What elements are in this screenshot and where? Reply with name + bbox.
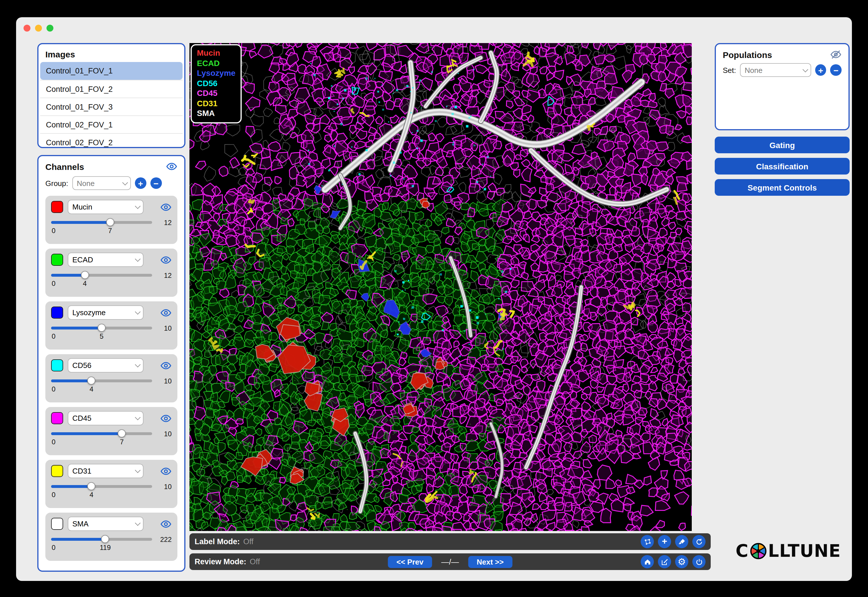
chevron-down-icon bbox=[135, 467, 141, 473]
image-list-item[interactable]: Control_02_FOV_2 bbox=[40, 133, 183, 148]
minimize-window-button[interactable] bbox=[35, 25, 42, 31]
slider-current-value: 119 bbox=[100, 544, 111, 552]
images-panel-title: Images bbox=[39, 44, 184, 62]
channel-select-value: CD45 bbox=[72, 414, 92, 422]
segment-controls-button[interactable]: Segment Controls bbox=[715, 179, 850, 196]
brush-button[interactable] bbox=[675, 535, 688, 548]
populations-panel-title: Populations bbox=[723, 50, 772, 59]
chevron-down-icon bbox=[135, 520, 141, 526]
channel-select[interactable]: SMA bbox=[68, 517, 144, 531]
remove-group-button[interactable]: − bbox=[150, 177, 162, 189]
slider-thumb[interactable] bbox=[101, 535, 109, 543]
slider-max-value: 12 bbox=[164, 219, 172, 227]
review-mode-label: Review Mode: bbox=[194, 557, 246, 566]
channel-intensity-slider[interactable]: 12 bbox=[51, 218, 172, 227]
channel-select[interactable]: ECAD bbox=[68, 252, 144, 267]
chevron-down-icon bbox=[135, 362, 141, 367]
slider-thumb[interactable] bbox=[98, 324, 105, 332]
slider-max-value: 10 bbox=[164, 377, 172, 385]
channel-color-swatch[interactable] bbox=[51, 201, 63, 213]
legend-item: CD56 bbox=[197, 78, 235, 88]
channel-select[interactable]: Mucin bbox=[68, 200, 144, 214]
settings-gear-button[interactable]: ⚙ bbox=[675, 555, 688, 568]
group-select-value: None bbox=[77, 179, 95, 187]
channel-select[interactable]: CD56 bbox=[68, 358, 144, 373]
channel-row: Lysozyme 10 0 5 bbox=[45, 301, 177, 350]
slider-max-value: 12 bbox=[164, 272, 172, 279]
slider-thumb[interactable] bbox=[106, 218, 114, 226]
microscopy-image-canvas[interactable] bbox=[190, 43, 692, 531]
next-button[interactable]: Next >> bbox=[468, 556, 512, 568]
channel-visibility-eye-icon[interactable] bbox=[160, 201, 172, 213]
chevron-down-icon bbox=[122, 180, 128, 185]
window-controls bbox=[24, 25, 53, 31]
add-group-button[interactable]: + bbox=[135, 177, 146, 189]
channel-color-swatch[interactable] bbox=[51, 359, 63, 371]
image-list-item[interactable]: Control_02_FOV_1 bbox=[40, 115, 183, 133]
channel-intensity-slider[interactable]: 10 bbox=[51, 377, 172, 385]
plus-icon: + bbox=[818, 66, 823, 74]
channel-visibility-eye-icon[interactable] bbox=[160, 518, 172, 530]
channel-legend-overlay: Mucin ECAD Lysozyme CD56 CD45 CD31 SMA bbox=[191, 44, 242, 123]
channel-row: ECAD 12 0 4 bbox=[45, 248, 177, 297]
slider-thumb[interactable] bbox=[81, 271, 89, 279]
channel-visibility-eye-icon[interactable] bbox=[160, 254, 172, 266]
add-label-button[interactable]: + bbox=[658, 535, 671, 548]
slider-thumb[interactable] bbox=[88, 377, 96, 385]
power-button[interactable] bbox=[692, 555, 706, 568]
gating-button[interactable]: Gating bbox=[715, 137, 850, 153]
channel-intensity-slider[interactable]: 12 bbox=[51, 271, 172, 279]
slider-thumb[interactable] bbox=[88, 482, 96, 490]
channel-select[interactable]: Lysozyme bbox=[68, 305, 144, 320]
slider-thumb[interactable] bbox=[118, 429, 126, 437]
image-list-item[interactable]: Control_01_FOV_3 bbox=[40, 98, 183, 115]
channel-visibility-eye-icon[interactable] bbox=[160, 413, 172, 424]
label-mode-status: Off bbox=[243, 537, 254, 546]
legend-item: ECAD bbox=[197, 58, 235, 68]
channel-intensity-slider[interactable]: 10 bbox=[51, 429, 172, 438]
channel-select[interactable]: CD45 bbox=[68, 411, 144, 425]
reset-button[interactable] bbox=[692, 535, 706, 548]
remove-population-button[interactable]: − bbox=[830, 64, 841, 76]
image-list-item[interactable]: Control_01_FOV_2 bbox=[40, 80, 183, 98]
plus-icon: + bbox=[138, 179, 143, 187]
edit-button[interactable] bbox=[658, 555, 671, 568]
legend-item: Lysozyme bbox=[197, 68, 235, 78]
celltune-logo: C LLTUNE bbox=[731, 541, 846, 561]
populations-hidden-eye-off-icon[interactable] bbox=[830, 49, 841, 60]
channel-select[interactable]: CD31 bbox=[68, 464, 144, 478]
label-mode-label: Label Mode: bbox=[194, 537, 240, 546]
zoom-window-button[interactable] bbox=[46, 25, 53, 31]
channel-color-swatch[interactable] bbox=[51, 306, 63, 319]
channel-color-swatch[interactable] bbox=[51, 412, 63, 424]
group-select[interactable]: None bbox=[72, 176, 131, 190]
polygon-select-button[interactable] bbox=[641, 535, 654, 548]
channel-intensity-slider[interactable]: 10 bbox=[51, 482, 172, 491]
channel-color-swatch[interactable] bbox=[51, 254, 63, 266]
channel-intensity-slider[interactable]: 10 bbox=[51, 324, 172, 333]
channel-row: SMA 222 0 119 bbox=[45, 512, 177, 561]
channel-color-swatch[interactable] bbox=[51, 518, 63, 530]
minus-icon: − bbox=[834, 66, 839, 74]
channel-color-swatch[interactable] bbox=[51, 465, 63, 477]
image-list-item[interactable]: Control_01_FOV_1 bbox=[40, 62, 183, 80]
channel-row: CD56 10 0 4 bbox=[45, 354, 177, 402]
prev-button[interactable]: << Prev bbox=[388, 556, 432, 568]
close-window-button[interactable] bbox=[24, 25, 30, 31]
home-button[interactable] bbox=[641, 555, 654, 568]
classification-button[interactable]: Classification bbox=[715, 158, 850, 175]
slider-min-value: 0 bbox=[52, 333, 55, 340]
all-channels-visibility-eye-icon[interactable] bbox=[166, 161, 177, 172]
population-set-select[interactable]: None bbox=[740, 63, 811, 77]
slider-current-value: 4 bbox=[89, 385, 93, 393]
channel-visibility-eye-icon[interactable] bbox=[160, 307, 172, 318]
channel-intensity-slider[interactable]: 222 bbox=[51, 535, 172, 544]
channel-visibility-eye-icon[interactable] bbox=[160, 465, 172, 477]
slider-max-value: 10 bbox=[164, 430, 172, 438]
slider-min-value: 0 bbox=[52, 491, 55, 499]
channel-visibility-eye-icon[interactable] bbox=[160, 359, 172, 371]
add-population-button[interactable]: + bbox=[815, 64, 826, 76]
slider-current-value: 7 bbox=[108, 227, 112, 235]
channel-select-value: Lysozyme bbox=[72, 308, 105, 317]
image-viewer[interactable]: Mucin ECAD Lysozyme CD56 CD45 CD31 SMA bbox=[190, 43, 692, 531]
